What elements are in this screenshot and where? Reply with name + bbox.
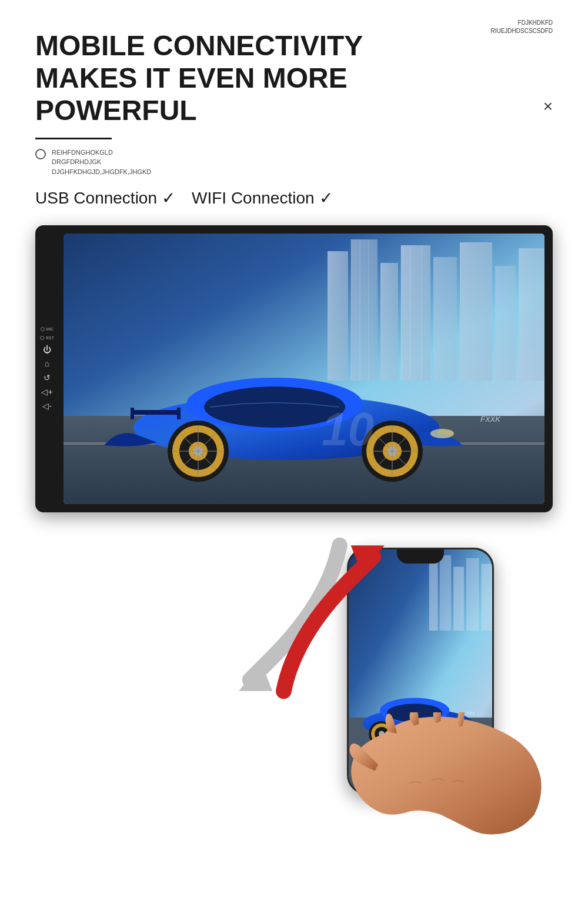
svg-rect-1	[328, 251, 348, 381]
heading-line2: MAKES IT EVEN MORE POWERFUL	[35, 62, 348, 126]
svg-rect-50	[466, 558, 479, 631]
svg-text:FXXK: FXXK	[480, 415, 501, 424]
home-button[interactable]: ⌂	[45, 359, 49, 368]
usb-connection-label: USB Connection	[35, 189, 157, 208]
connection-row: USB Connection ✓ WIFI Connection ✓	[35, 188, 553, 208]
svg-rect-4	[401, 245, 430, 381]
sub-text: REIHFDNGHOKGLD DRGFDRHDJGK DJGHFKDHGJD,J…	[52, 148, 151, 177]
top-right-text: FDJKHDKFD RIUEJDHDSCSCSDFD	[490, 19, 553, 35]
vol-down-button[interactable]: ◁-	[42, 401, 52, 411]
bottom-section: 10 FXX	[35, 501, 553, 818]
arrows-svg	[223, 501, 400, 736]
svg-rect-3	[380, 263, 398, 381]
svg-rect-49	[453, 567, 464, 631]
svg-rect-21	[131, 408, 134, 419]
svg-rect-2	[351, 239, 377, 381]
svg-rect-5	[433, 257, 457, 381]
svg-rect-8	[519, 248, 544, 381]
svg-text:10: 10	[322, 403, 374, 455]
svg-rect-22	[177, 408, 181, 419]
top-right-line2: RIUEJDHDSCSCSDFD	[490, 27, 553, 35]
main-heading: MOBILE CONNECTIVITY MAKES IT EVEN MORE P…	[35, 29, 494, 127]
wifi-check-mark: ✓	[319, 188, 333, 208]
svg-point-43	[430, 429, 454, 438]
page-wrapper: FDJKHDKFD RIUEJDHDSCSCSDFD MOBILE CONNEC…	[0, 0, 588, 900]
car-unit-outer: MIC RST ⏻ ⌂ ↺ ◁+ ◁-	[35, 225, 553, 512]
mic-button[interactable]: MIC	[41, 327, 54, 331]
close-button[interactable]: ×	[543, 97, 553, 116]
usb-check-mark: ✓	[162, 188, 175, 208]
sub-icon-row: REIHFDNGHOKGLD DRGFDRHDJGK DJGHFKDHGJD,J…	[35, 148, 553, 177]
svg-rect-20	[133, 410, 181, 415]
svg-rect-47	[429, 561, 438, 631]
car-unit-wrapper: MIC RST ⏻ ⌂ ↺ ◁+ ◁-	[35, 225, 553, 512]
sub-text-line2: DRGFDRHDJGK	[52, 157, 151, 167]
power-button[interactable]: ⏻	[43, 345, 51, 354]
circle-icon	[35, 149, 46, 159]
wifi-connection-label: WIFI Connection	[192, 189, 315, 208]
sub-text-line3: DJGHFKDHGJD,JHGDFK,JHGKD	[52, 167, 151, 177]
svg-rect-48	[440, 555, 452, 631]
top-right-line1: FDJKHDKFD	[490, 19, 553, 27]
svg-rect-6	[460, 242, 492, 381]
svg-rect-7	[495, 266, 516, 381]
heading-line1: MOBILE CONNECTIVITY	[35, 30, 363, 61]
phone-notch	[397, 549, 444, 564]
rst-button[interactable]: RST	[40, 336, 54, 340]
sub-text-line1: REIHFDNGHOKGLD	[52, 148, 151, 158]
back-button[interactable]: ↺	[44, 373, 51, 382]
svg-rect-51	[482, 564, 493, 631]
vol-up-button[interactable]: ◁+	[41, 387, 52, 396]
car-screen: 10 FXXK	[64, 234, 544, 504]
side-buttons: MIC RST ⏻ ⌂ ↺ ◁+ ◁-	[40, 327, 54, 411]
divider-line	[35, 138, 112, 139]
